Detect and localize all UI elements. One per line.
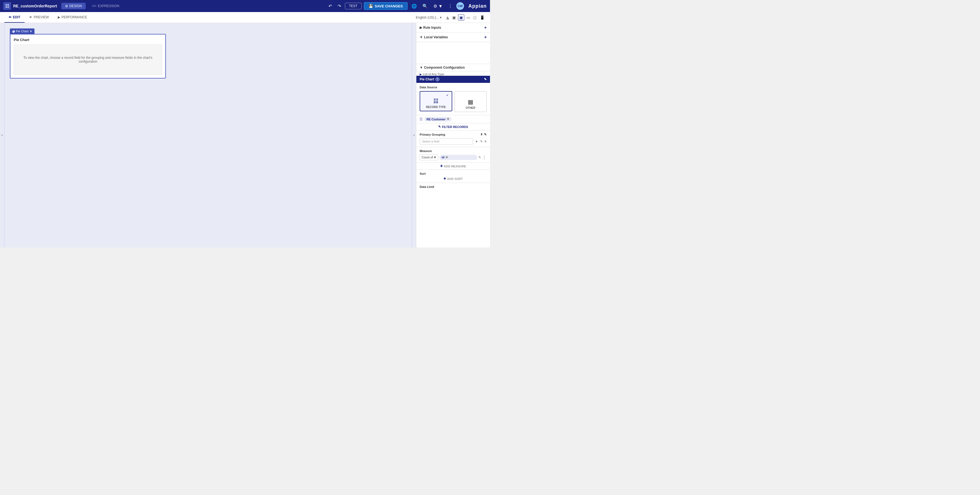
left-toggle-icon: >: [2, 134, 3, 137]
component-bar-dropdown[interactable]: ▼: [30, 30, 32, 33]
right-panel-toggle[interactable]: <: [412, 23, 416, 248]
undo-btn[interactable]: ↶: [327, 2, 334, 10]
pie-chart-title: Pie Chart: [14, 38, 162, 42]
view-icon-2[interactable]: ▣: [451, 15, 457, 20]
measure-field-remove-btn[interactable]: ✕: [445, 155, 448, 159]
tab-edit-label: EDIT: [13, 15, 20, 19]
view-icon-5[interactable]: ◻: [472, 15, 478, 20]
nav-actions: ↶ ↷ TEST 💾 SAVE CHANGES 🌐 🔍 ⚙ ▼ ⋮ CW App…: [327, 2, 487, 10]
measure-more-icon[interactable]: ⋮: [482, 155, 487, 160]
globe-icon[interactable]: 🌐: [410, 2, 418, 10]
preview-icon: 👁: [29, 15, 32, 19]
datasource-options: ✓ ☷ RECORD TYPE ▤ OTHER: [420, 91, 487, 112]
add-measure-label: ADD MEASURE: [444, 165, 466, 168]
rule-inputs-section[interactable]: ▶ Rule Inputs +: [416, 23, 490, 33]
appian-logo: Appian: [468, 3, 487, 9]
list-icon: ▶: [420, 73, 422, 76]
settings-icon[interactable]: ⚙ ▼: [432, 2, 444, 10]
redo-btn[interactable]: ↷: [336, 2, 343, 10]
other-option[interactable]: ▤ OTHER: [454, 91, 487, 112]
measure-row: Count of ▼ id ✕ ✎ ⋮: [420, 154, 487, 160]
measure-type-arrow: ▼: [434, 155, 437, 159]
search-icon[interactable]: 🔍: [421, 2, 430, 10]
save-icon: 💾: [369, 4, 373, 8]
save-btn[interactable]: 💾 SAVE CHANGES: [364, 2, 407, 10]
pie-chart-config-edit-icon[interactable]: ✎: [484, 78, 487, 81]
language-selector[interactable]: English (US) [... ▾: [416, 16, 442, 19]
avatar: CW: [456, 2, 464, 10]
re-customer-remove-btn[interactable]: ✕: [447, 117, 449, 121]
rule-inputs-label: Rule Inputs: [423, 26, 441, 30]
design-label: DESIGN: [69, 4, 82, 8]
add-sort-row: ✚ ADD SORT: [420, 177, 487, 181]
add-sort-plus-icon: ✚: [444, 177, 446, 181]
re-customer-badge: RE Customer ✕: [424, 117, 452, 121]
rule-inputs-collapse-icon: ▶: [420, 26, 422, 30]
data-limit-section: Data Limit: [416, 183, 490, 190]
tab-edit[interactable]: ✏ EDIT: [5, 12, 25, 23]
filter-records-label: FILTER RECORDS: [442, 125, 468, 129]
record-type-option[interactable]: ✓ ☷ RECORD TYPE: [420, 91, 452, 111]
view-icon-mobile[interactable]: 📱: [479, 15, 485, 20]
add-measure-btn[interactable]: ✚ ADD MEASURE: [440, 164, 466, 168]
select-field-dropdown[interactable]: Select a field: [420, 138, 473, 145]
pie-chart-container: Pie Chart To view the chart, choose a re…: [10, 34, 166, 78]
record-type-icon: ☷: [433, 98, 438, 105]
view-icon-3[interactable]: ▣: [458, 14, 464, 21]
design-tab-btn[interactable]: ⊞ DESIGN: [61, 3, 86, 9]
right-toggle-icon: <: [414, 134, 415, 137]
data-source-label: Data Source: [420, 86, 487, 89]
local-vars-collapse-icon: ▼: [420, 35, 423, 39]
measure-section: Measure Count of ▼ id ✕ ✎ ⋮: [416, 147, 490, 163]
view-icon-1[interactable]: ◮: [445, 15, 450, 20]
edit-icon: ✏: [9, 15, 11, 19]
filter-records-row: ✎ FILTER RECORDS: [416, 123, 490, 130]
component-label-bar: ◕ Pie Chart ▼: [10, 29, 35, 34]
local-vars-label: Local Variables: [424, 35, 448, 39]
local-vars-content: [416, 42, 490, 64]
local-vars-add-btn[interactable]: +: [484, 35, 487, 40]
select-field-edit-icon[interactable]: ✎: [480, 140, 483, 143]
expression-label: EXPRESSION: [98, 4, 119, 8]
re-customer-row: ☷ RE Customer ✕: [416, 115, 490, 123]
local-vars-section[interactable]: ▼ Local Variables +: [416, 33, 490, 42]
pie-chart-config-label: Pie Chart: [420, 78, 434, 81]
expression-tab-btn[interactable]: </> EXPRESSION: [88, 3, 123, 9]
other-label: OTHER: [466, 106, 475, 109]
select-field-placeholder: Select a field: [422, 140, 439, 143]
left-panel-toggle[interactable]: >: [0, 23, 5, 248]
tab-performance[interactable]: ▶ PERFORMANCE: [53, 12, 91, 23]
rule-inputs-add-btn[interactable]: +: [484, 25, 487, 30]
main-layout: > ◕ Pie Chart ▼ Pie Chart To view the ch…: [0, 23, 490, 248]
add-sort-btn[interactable]: ✚ ADD SORT: [444, 177, 463, 181]
tab-preview[interactable]: 👁 PREVIEW: [25, 12, 53, 23]
list-of-any-label: List of Any Type: [423, 73, 444, 76]
sort-label: Sort: [420, 172, 487, 175]
select-field-clear-btn[interactable]: ✕: [484, 140, 487, 143]
help-icon[interactable]: ?: [436, 78, 439, 81]
count-of-label: Count of: [422, 155, 433, 159]
measure-field-label: id: [442, 155, 444, 159]
grouping-edit-icon[interactable]: ✎: [484, 133, 487, 136]
performance-icon: ▶: [58, 15, 60, 19]
test-btn[interactable]: TEST: [345, 3, 362, 9]
component-config-section: ▼ Component Configuration: [416, 64, 490, 71]
comp-config-collapse-icon: ▼: [420, 66, 423, 70]
record-type-label: RECORD TYPE: [426, 106, 445, 109]
measure-actions: ✎ ⋮: [479, 155, 487, 160]
measure-edit-icon[interactable]: ✎: [479, 155, 481, 159]
app-icon: ☷: [3, 2, 11, 10]
component-bar-label: Pie Chart: [16, 30, 29, 33]
select-field-arrow[interactable]: ▼: [475, 140, 478, 143]
filter-link-icon: ✎: [438, 125, 441, 129]
view-icon-4[interactable]: ▭: [465, 15, 471, 20]
chart-icon: ◕: [12, 29, 15, 33]
grid-icon[interactable]: ⋮: [447, 2, 454, 10]
primary-grouping-label: Primary Grouping: [420, 133, 445, 136]
measure-type-dropdown[interactable]: Count of ▼: [420, 154, 438, 160]
data-source-section: Data Source ✓ ☷ RECORD TYPE ▤ OT: [416, 83, 490, 115]
re-customer-icon: ☷: [420, 117, 423, 121]
filter-records-link[interactable]: ✎ FILTER RECORDS: [438, 125, 468, 129]
rule-inputs-right: +: [484, 25, 487, 30]
add-sort-label: ADD SORT: [447, 177, 463, 181]
